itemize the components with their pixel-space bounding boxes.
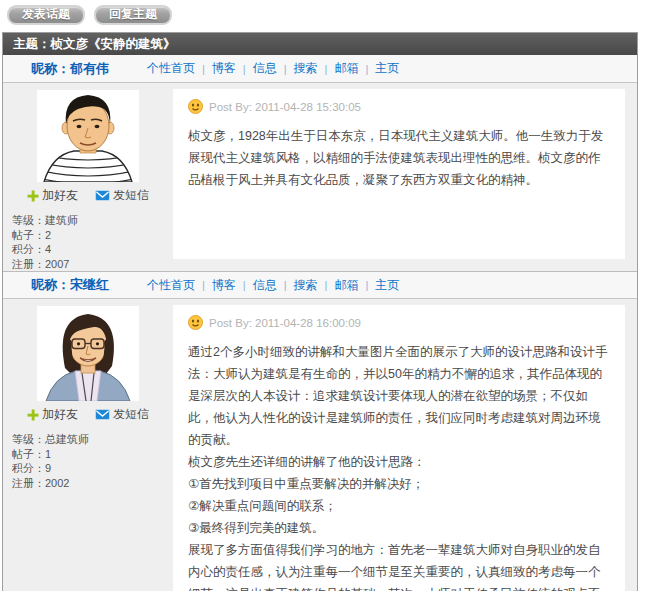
avatar[interactable] — [37, 306, 139, 401]
profile-link-info[interactable]: 信息 — [253, 60, 277, 77]
post-paragraph: 通过2个多小时细致的讲解和大量图片全面的展示了大师的设计思路和设计手法：大师认为… — [188, 341, 610, 451]
post-1-user-actions: 加好友 发短信 — [3, 187, 173, 204]
plus-icon — [27, 409, 39, 421]
profile-link-personal-home[interactable]: 个性首页 — [147, 60, 195, 77]
add-friend-label: 加好友 — [42, 187, 78, 204]
send-message-button[interactable]: 发短信 — [95, 406, 149, 423]
link-separator: | — [365, 279, 368, 291]
user-stats: 等级：建筑师 帖子：2 积分：4 注册：2007 — [3, 213, 173, 271]
profile-link-search[interactable]: 搜索 — [294, 277, 318, 294]
nickname-label: 昵称：郁有伟 — [31, 60, 147, 78]
profile-link-mailbox[interactable]: 邮箱 — [334, 277, 358, 294]
profile-links: 个性首页 | 博客 | 信息 | 搜索 | 邮箱 | 主页 — [147, 60, 399, 77]
stat-registered: 注册：2002 — [12, 476, 173, 491]
stat-posts: 帖子：2 — [12, 228, 173, 243]
post-2-user-panel: 加好友 发短信 等级：总建筑师 帖子：1 积分：9 注册：2002 — [3, 299, 173, 591]
thread-title-bar: 主题：桢文彦《安静的建筑》 — [3, 33, 637, 55]
profile-link-mailbox[interactable]: 邮箱 — [334, 60, 358, 77]
add-friend-label: 加好友 — [42, 406, 78, 423]
female-avatar-illustration — [37, 306, 139, 401]
link-separator: | — [284, 279, 287, 291]
toolbar: 发表话题 回复主题 — [0, 0, 650, 32]
profile-link-search[interactable]: 搜索 — [294, 60, 318, 77]
link-separator: | — [243, 63, 246, 75]
profile-link-info[interactable]: 信息 — [253, 277, 277, 294]
smiley-icon — [188, 99, 203, 114]
link-separator: | — [202, 63, 205, 75]
post-timestamp: Post By: 2011-04-28 15:30:05 — [209, 101, 361, 113]
profile-link-homepage[interactable]: 主页 — [375, 277, 399, 294]
profile-link-homepage[interactable]: 主页 — [375, 60, 399, 77]
post-2-meta: Post By: 2011-04-28 16:00:09 — [188, 315, 610, 330]
post-topic-button[interactable]: 发表话题 — [7, 5, 85, 25]
post-paragraph: ①首先找到项目中重点要解决的并解决好； — [188, 473, 610, 495]
stat-posts: 帖子：1 — [12, 447, 173, 462]
link-separator: | — [365, 63, 368, 75]
profile-link-personal-home[interactable]: 个性首页 — [147, 277, 195, 294]
user-stats: 等级：总建筑师 帖子：1 积分：9 注册：2002 — [3, 432, 173, 490]
add-friend-button[interactable]: 加好友 — [27, 406, 78, 423]
stat-level: 等级：总建筑师 — [12, 432, 173, 447]
post-2-message: Post By: 2011-04-28 16:00:09 通过2个多小时细致的讲… — [173, 305, 625, 591]
post-2-user-actions: 加好友 发短信 — [3, 406, 173, 423]
post-paragraph: ③最终得到完美的建筑。 — [188, 517, 610, 539]
stat-registered: 注册：2007 — [12, 257, 173, 272]
post-2: 昵称：宋继红 个性首页 | 博客 | 信息 | 搜索 | 邮箱 | 主页 — [3, 271, 637, 591]
post-2-header: 昵称：宋继红 个性首页 | 博客 | 信息 | 搜索 | 邮箱 | 主页 — [3, 271, 637, 299]
post-paragraph: 桢文彦先生还详细的讲解了他的设计思路： — [188, 451, 610, 473]
post-paragraph: ②解决重点问题间的联系； — [188, 495, 610, 517]
post-2-body: 加好友 发短信 等级：总建筑师 帖子：1 积分：9 注册：2002 — [3, 299, 637, 591]
send-message-label: 发短信 — [113, 406, 149, 423]
nickname-label: 昵称：宋继红 — [31, 276, 147, 294]
stat-points: 积分：4 — [12, 242, 173, 257]
post-1-body: 加好友 发短信 等级：建筑师 帖子：2 积分：4 注册：2007 — [3, 83, 637, 271]
envelope-icon — [95, 409, 110, 420]
send-message-label: 发短信 — [113, 187, 149, 204]
stat-points: 积分：9 — [12, 461, 173, 476]
link-separator: | — [243, 279, 246, 291]
plus-icon — [27, 190, 39, 202]
post-paragraph: 展现了多方面值得我们学习的地方：首先老一辈建筑大师对自身职业的发自内心的责任感，… — [188, 539, 610, 591]
post-1-message: Post By: 2011-04-28 15:30:05 桢文彦，1928年出生… — [173, 89, 625, 259]
profile-link-blog[interactable]: 博客 — [212, 60, 236, 77]
profile-link-blog[interactable]: 博客 — [212, 277, 236, 294]
link-separator: | — [325, 63, 328, 75]
add-friend-button[interactable]: 加好友 — [27, 187, 78, 204]
send-message-button[interactable]: 发短信 — [95, 187, 149, 204]
link-separator: | — [325, 279, 328, 291]
profile-links: 个性首页 | 博客 | 信息 | 搜索 | 邮箱 | 主页 — [147, 277, 399, 294]
envelope-icon — [95, 190, 110, 201]
link-separator: | — [202, 279, 205, 291]
avatar[interactable] — [37, 90, 139, 182]
post-1-header: 昵称：郁有伟 个性首页 | 博客 | 信息 | 搜索 | 邮箱 | 主页 — [3, 55, 637, 83]
post-1: 昵称：郁有伟 个性首页 | 博客 | 信息 | 搜索 | 邮箱 | 主页 — [3, 55, 637, 271]
post-1-meta: Post By: 2011-04-28 15:30:05 — [188, 99, 610, 114]
reply-topic-button[interactable]: 回复主题 — [94, 5, 172, 25]
smiley-icon — [188, 315, 203, 330]
male-avatar-illustration — [37, 90, 139, 182]
thread-container: 主题：桢文彦《安静的建筑》 昵称：郁有伟 个性首页 | 博客 | 信息 | 搜索… — [2, 32, 638, 591]
post-timestamp: Post By: 2011-04-28 16:00:09 — [209, 317, 361, 329]
stat-level: 等级：建筑师 — [12, 213, 173, 228]
link-separator: | — [284, 63, 287, 75]
post-1-user-panel: 加好友 发短信 等级：建筑师 帖子：2 积分：4 注册：2007 — [3, 83, 173, 271]
post-paragraph: 桢文彦，1928年出生于日本东京，日本现代主义建筑大师。他一生致力于发展现代主义… — [188, 125, 610, 191]
